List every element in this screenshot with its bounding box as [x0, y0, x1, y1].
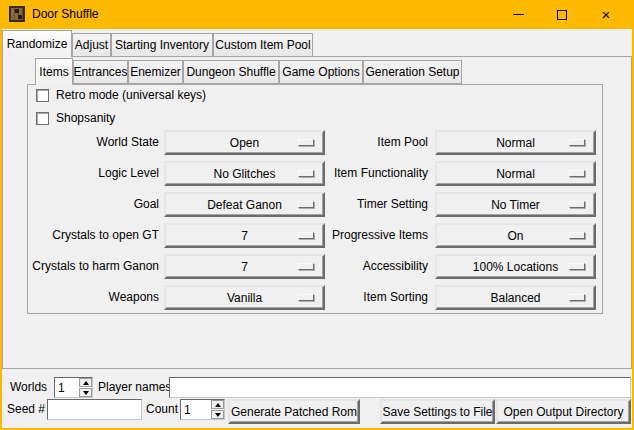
dropdown-value: 7 [241, 260, 248, 274]
timer-setting-label: Timer Setting [298, 192, 428, 217]
count-spinner-down-button[interactable] [211, 410, 224, 419]
accessibility-dropdown[interactable]: 100% Locations [435, 254, 596, 279]
worlds-spinner-up-button[interactable] [79, 378, 92, 387]
tab-label: Adjust [75, 38, 108, 52]
tab-label: Enemizer [130, 65, 181, 79]
dropdown-value: No Glitches [213, 167, 275, 181]
dropdown-value: Open [230, 136, 259, 150]
tab-dungeon-shuffle[interactable]: Dungeon Shuffle [183, 60, 279, 84]
maximize-button[interactable] [549, 0, 575, 29]
dropdown-value: 7 [241, 229, 248, 243]
dropdown-indicator-icon [569, 263, 585, 270]
retro-mode-checkbox-row: Retro mode (universal keys) [36, 88, 206, 102]
tab-custom-item-pool[interactable]: Custom Item Pool [213, 33, 313, 57]
worlds-spinner-buttons [79, 378, 92, 397]
worlds-spinner[interactable] [54, 377, 93, 398]
item-functionality-label: Item Functionality [298, 161, 428, 186]
app-door-icon [9, 6, 25, 22]
shopsanity-checkbox-row: Shopsanity [36, 111, 115, 125]
dropdown-value: Normal [496, 167, 535, 181]
save-settings-button[interactable]: Save Settings to File [380, 399, 495, 424]
button-label: Save Settings to File [382, 405, 492, 419]
dropdown-indicator-icon [569, 294, 585, 301]
close-button[interactable]: × [593, 0, 619, 29]
dropdown-value: Defeat Ganon [207, 198, 282, 212]
button-label: Generate Patched Rom [231, 405, 357, 419]
tab-label: Entrances [73, 65, 127, 79]
tab-label: Game Options [282, 65, 359, 79]
tab-items[interactable]: Items [35, 58, 73, 85]
tab-label: Generation Setup [365, 65, 459, 79]
button-label: Open Output Directory [503, 405, 623, 419]
tab-generation-setup[interactable]: Generation Setup [363, 60, 462, 84]
tab-label: Starting Inventory [115, 38, 209, 52]
tab-game-options[interactable]: Game Options [279, 60, 363, 84]
dropdown-indicator-icon [569, 170, 585, 177]
tab-randomize[interactable]: Randomize [2, 30, 72, 57]
item-functionality-dropdown[interactable]: Normal [435, 161, 596, 186]
tab-label: Custom Item Pool [215, 38, 310, 52]
dropdown-value: Balanced [490, 291, 540, 305]
spinner-down-icon [83, 391, 89, 395]
dropdown-value: Normal [496, 136, 535, 150]
tab-enemizer[interactable]: Enemizer [128, 60, 183, 84]
dropdown-indicator-icon [569, 139, 585, 146]
dropdown-value: No Timer [491, 198, 540, 212]
dropdown-value: 100% Locations [473, 260, 558, 274]
world-state-label: World State [27, 130, 159, 155]
dropdown-indicator-icon [569, 201, 585, 208]
player-names-input[interactable] [169, 377, 631, 398]
dropdown-indicator-icon [569, 232, 585, 239]
logic-level-label: Logic Level [27, 161, 159, 186]
item-sorting-label: Item Sorting [298, 285, 428, 310]
tab-starting-inventory[interactable]: Starting Inventory [111, 33, 213, 57]
spinner-up-icon [215, 403, 221, 407]
count-spinner[interactable] [180, 399, 225, 420]
tab-label: Randomize [7, 37, 68, 51]
shopsanity-label: Shopsanity [56, 111, 115, 125]
timer-setting-dropdown[interactable]: No Timer [435, 192, 596, 217]
maximize-icon [557, 10, 567, 20]
shopsanity-checkbox[interactable] [36, 112, 49, 125]
progressive-items-dropdown[interactable]: On [435, 223, 596, 248]
tab-entrances[interactable]: Entrances [73, 60, 128, 84]
goal-label: Goal [27, 192, 159, 217]
item-pool-label: Item Pool [298, 130, 428, 155]
generate-patched-rom-button[interactable]: Generate Patched Rom [228, 399, 360, 424]
spinner-down-icon [215, 413, 221, 417]
window-title: Door Shuffle [32, 0, 99, 29]
worlds-label: Worlds [10, 377, 47, 398]
item-sorting-dropdown[interactable]: Balanced [435, 285, 596, 310]
open-output-directory-button[interactable]: Open Output Directory [496, 399, 631, 424]
count-label: Count [146, 399, 178, 420]
seed-input[interactable] [47, 399, 142, 420]
tab-label: Dungeon Shuffle [186, 65, 275, 79]
count-spinner-up-button[interactable] [211, 400, 224, 409]
accessibility-label: Accessibility [298, 254, 428, 279]
dropdown-value: On [507, 229, 523, 243]
close-icon: × [602, 7, 611, 22]
crystals-open-gt-label: Crystals to open GT [27, 223, 159, 248]
crystals-harm-ganon-label: Crystals to harm Ganon [27, 254, 159, 279]
minimize-button[interactable] [505, 0, 531, 29]
worlds-spinner-down-button[interactable] [79, 388, 92, 397]
tab-label: Items [39, 65, 68, 79]
spinner-up-icon [83, 381, 89, 385]
door-shuffle-window: Door Shuffle × Randomize Adjust Starting… [0, 0, 634, 430]
weapons-label: Weapons [27, 285, 159, 310]
retro-mode-label: Retro mode (universal keys) [56, 88, 206, 102]
count-spinner-buttons [211, 400, 224, 419]
seed-label: Seed # [7, 399, 45, 420]
retro-mode-checkbox[interactable] [36, 89, 49, 102]
progressive-items-label: Progressive Items [298, 223, 428, 248]
minimize-icon [513, 14, 524, 15]
titlebar[interactable]: Door Shuffle × [2, 0, 632, 29]
dropdown-value: Vanilla [227, 291, 262, 305]
tab-adjust[interactable]: Adjust [72, 33, 111, 57]
item-pool-dropdown[interactable]: Normal [435, 130, 596, 155]
player-names-label: Player names [98, 377, 171, 398]
